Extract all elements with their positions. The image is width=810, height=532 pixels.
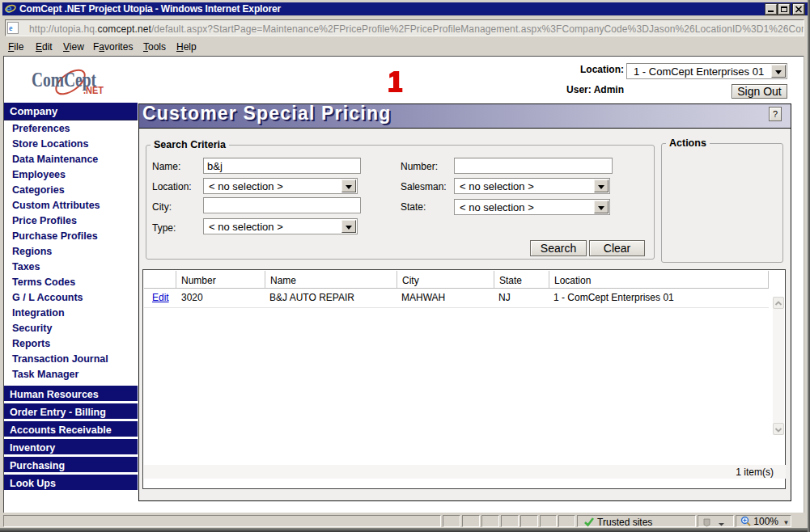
svg-text:e: e <box>9 23 13 32</box>
svg-text:.NET: .NET <box>83 85 104 96</box>
